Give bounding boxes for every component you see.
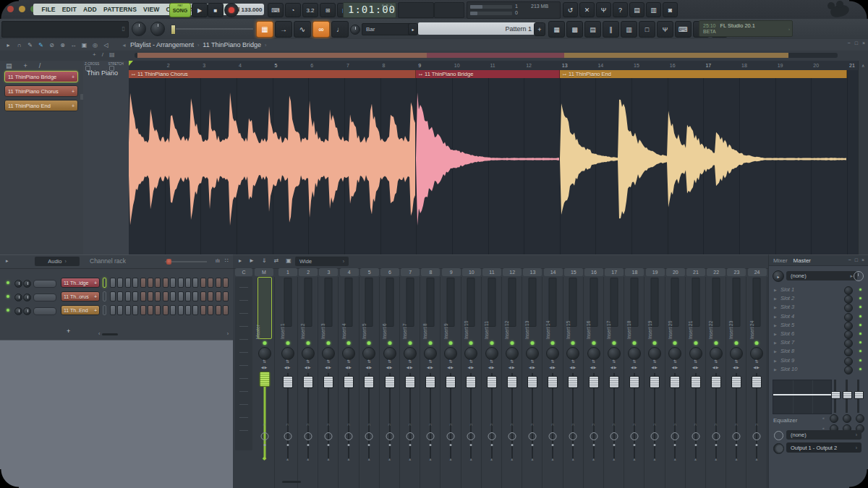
mixer-track-header[interactable]: 12	[503, 268, 522, 276]
send-dot[interactable]	[450, 444, 452, 446]
effect-slot[interactable]: ▶Slot 7	[769, 338, 868, 347]
step-cell[interactable]	[200, 305, 206, 315]
stereo-separation-knob[interactable]	[302, 347, 315, 360]
volume-fader[interactable]	[568, 376, 578, 388]
close-icon[interactable]: ×	[862, 40, 865, 46]
swing-handle[interactable]	[166, 259, 171, 265]
send-dot[interactable]	[715, 444, 717, 446]
countdown-icon[interactable]: 3.2	[302, 3, 318, 17]
mute-tool-icon[interactable]: ⊗	[57, 42, 68, 48]
channel-volume-knob[interactable]	[23, 307, 31, 315]
dock-arrow-icon[interactable]: ▲	[326, 457, 330, 461]
channel-selector[interactable]	[103, 291, 106, 301]
slice-icon[interactable]: /	[39, 62, 41, 69]
clip-header[interactable]: ↦11 ThinPiano Bridge	[416, 70, 560, 78]
scroll-right-icon[interactable]: ›	[227, 331, 229, 336]
eq-band-handle[interactable]	[843, 391, 852, 399]
separation-arrows-icon[interactable]: ⇅	[367, 359, 371, 364]
macos-minimize-button[interactable]	[19, 6, 25, 12]
send-dot[interactable]	[531, 444, 533, 446]
output-dropdown[interactable]: Output 1 - Output 2 ›	[786, 442, 861, 453]
mixer-strip[interactable]: Insert 15⇅◀▶∩▲	[563, 277, 584, 488]
channel-rack-header[interactable]: ▸ Audio › Channel rack ılı∷	[0, 255, 233, 269]
mixer-strip[interactable]: Insert 17⇅◀▶∩▲	[604, 277, 624, 488]
menu-file[interactable]: FILE	[38, 6, 59, 13]
channel-volume-knob[interactable]	[23, 294, 31, 301]
mixer-strip[interactable]: Insert 13⇅◀▶∩▲	[522, 277, 542, 488]
link-channels-icon[interactable]: ⇄	[274, 257, 279, 264]
shuffle-slider[interactable]	[171, 28, 253, 30]
mixer-strip[interactable]: Insert 22⇅◀▶∩▲	[706, 277, 726, 488]
swing-mix-slider[interactable]	[165, 261, 207, 262]
stereo-separation-knob[interactable]	[750, 347, 763, 360]
channel-pan-knob[interactable]	[14, 280, 22, 288]
send-dot[interactable]	[654, 444, 656, 446]
recenter-icon[interactable]: ✕	[579, 2, 595, 17]
zoom-tool-icon[interactable]: ◎	[90, 42, 101, 48]
mixer-strip[interactable]: Insert 3⇅◀▶∩▲	[318, 277, 339, 488]
send-knob[interactable]	[569, 432, 577, 440]
stereo-separation-knob[interactable]	[444, 347, 457, 360]
maximize-icon[interactable]: □	[855, 40, 858, 46]
headphones-icon[interactable]: ∩	[511, 422, 514, 427]
step-cell[interactable]	[170, 278, 176, 288]
slot-enable-led[interactable]	[859, 359, 861, 361]
pattern-selector[interactable]: Pattern 1 ⇕	[418, 22, 544, 35]
mixer-strip[interactable]: Insert 18⇅◀▶∩▲	[624, 277, 644, 488]
eq-band-handle[interactable]	[831, 391, 841, 399]
step-cell[interactable]	[125, 305, 131, 315]
send-knob[interactable]	[528, 432, 536, 440]
dock-icon[interactable]: ▣	[286, 257, 292, 264]
channel-selector[interactable]	[103, 305, 106, 315]
playlist-icon[interactable]: ▦	[548, 21, 565, 38]
eq-band-slider[interactable]	[857, 380, 859, 413]
step-cell[interactable]	[178, 278, 184, 288]
send-dot[interactable]	[592, 444, 595, 446]
pan-arrows-icon[interactable]: ◀▶	[386, 365, 393, 369]
step-cell[interactable]	[185, 305, 191, 315]
pattern-mode-button[interactable]: ▦	[256, 21, 273, 38]
detach-icon[interactable]: ►	[249, 257, 255, 264]
output-knob[interactable]	[773, 443, 784, 454]
mixer-strip[interactable]: Insert 20⇅◀▶∩▲	[665, 277, 686, 488]
send-knob[interactable]	[426, 432, 434, 440]
mixer-strip[interactable]: Insert 4⇅◀▶∩▲	[339, 277, 359, 488]
stereo-separation-knob[interactable]	[322, 347, 335, 360]
track-enable-led[interactable]	[490, 341, 493, 345]
track-enable-led[interactable]	[408, 341, 412, 345]
separation-arrows-icon[interactable]: ⇅	[263, 359, 266, 364]
step-cell[interactable]	[140, 278, 146, 288]
volume-fader[interactable]	[323, 376, 333, 388]
separation-arrows-icon[interactable]: ⇅	[490, 359, 493, 364]
slot-arrow-icon[interactable]: ▶	[774, 332, 777, 336]
wait-icon[interactable]: ◔	[285, 3, 301, 17]
dock-arrow-icon[interactable]: ▲	[734, 457, 738, 461]
volume-fader[interactable]	[711, 376, 721, 388]
channel-enable-led[interactable]	[7, 281, 9, 284]
stereo-separation-knob[interactable]	[362, 347, 375, 360]
pan-arrows-icon[interactable]: ◀▶	[692, 365, 699, 369]
volume-fader[interactable]	[385, 376, 395, 388]
track-enable-led[interactable]	[449, 341, 453, 345]
clip-header[interactable]: ↦11 ThinPiano Chorus	[129, 70, 416, 78]
pan-arrows-icon[interactable]: ◀▶	[284, 365, 292, 369]
dock-arrow-icon[interactable]: ▲	[408, 457, 412, 461]
typing-keyboard-icon[interactable]: ⌨	[268, 3, 284, 17]
headphones-icon[interactable]: ∩	[531, 422, 534, 427]
current-track-strip[interactable]	[235, 277, 252, 450]
track-enable-led[interactable]	[571, 341, 575, 345]
dock-arrow-icon[interactable]: ▲	[347, 457, 351, 461]
track-meter[interactable]	[732, 278, 740, 327]
pan-arrows-icon[interactable]: ◀▶	[753, 365, 760, 369]
slot-mix-knob[interactable]	[844, 295, 853, 304]
mixer-track-header[interactable]: 19	[646, 268, 665, 276]
plugin-picker-icon[interactable]: □	[639, 21, 655, 38]
send-knob[interactable]	[386, 432, 393, 440]
pattern-item[interactable]: 11 ThinPiano End+	[4, 100, 78, 111]
track-enable-led[interactable]	[714, 341, 718, 345]
send-dot[interactable]	[633, 444, 635, 446]
dock-arrow-icon[interactable]: ▲	[694, 457, 697, 461]
pan-arrows-icon[interactable]: ◀▶	[671, 365, 678, 369]
send-dot[interactable]	[348, 444, 350, 446]
step-cell[interactable]	[132, 278, 138, 288]
